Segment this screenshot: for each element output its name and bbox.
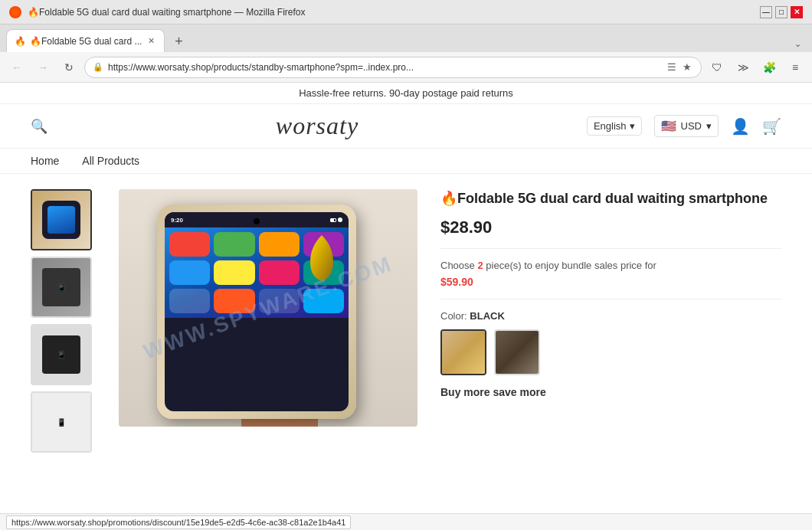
firefox-icon — [9, 6, 21, 18]
forward-button[interactable]: → — [32, 57, 54, 78]
buy-more-section: Buy more save more — [440, 386, 781, 398]
lang-arrow-icon: ▾ — [630, 120, 635, 132]
color-swatches — [440, 329, 781, 375]
window-controls: — □ ✕ — [760, 6, 803, 18]
main-image-column: 9:20 — [119, 189, 417, 508]
thumbnail-3[interactable]: 📱 — [31, 324, 92, 385]
title-bar: 🔥Foldable 5G dual card dual waiting smar… — [0, 0, 812, 25]
store-header: 🔍 worsaty English ▾ 🇺🇸 USD ▾ 👤 🛒 — [0, 104, 812, 149]
address-text: https://www.worsaty.shop/products/standb… — [108, 62, 661, 73]
navigation-bar: ← → ↻ 🔒 https://www.worsaty.shop/product… — [0, 52, 812, 83]
banner-text: Hassle-free returns. 90-day postage paid… — [299, 87, 513, 99]
nav-home[interactable]: Home — [31, 155, 59, 167]
window-title: 🔥Foldable 5G dual card dual waiting smar… — [28, 7, 306, 18]
tab-label: 🔥Foldable 5G dual card ... — [30, 36, 142, 47]
menu-button[interactable]: ≡ — [784, 57, 806, 78]
color-label: Color: BLACK — [440, 310, 781, 322]
language-selector[interactable]: English ▾ — [587, 116, 642, 136]
currency-selector[interactable]: 🇺🇸 USD ▾ — [654, 115, 719, 137]
lang-label: English — [594, 120, 627, 132]
bundle-text-after: piece(s) to enjoy bundle sales price for — [486, 260, 656, 271]
nav-extras: 🛡 ≫ 🧩 ≡ — [706, 57, 806, 78]
nav-all-products[interactable]: All Products — [82, 155, 139, 167]
shield-button[interactable]: 🛡 — [706, 57, 728, 78]
address-url: https://www.worsaty.shop/products/standb… — [108, 62, 414, 73]
tab-overflow-button[interactable]: ⌄ — [790, 36, 806, 52]
close-button[interactable]: ✕ — [791, 6, 803, 18]
currency-label: USD — [681, 120, 702, 132]
tab-bar: 🔥 🔥Foldable 5G dual card ... ✕ + ⌄ — [0, 25, 812, 52]
color-name: BLACK — [470, 310, 505, 322]
new-tab-button[interactable]: + — [168, 31, 189, 52]
main-content: 📱 📱 📱 — [0, 174, 812, 523]
back-button[interactable]: ← — [6, 57, 28, 78]
store-navigation: Home All Products — [0, 149, 812, 174]
color-swatch-gold[interactable] — [440, 329, 486, 375]
title-bar-left: 🔥Foldable 5G dual card dual waiting smar… — [9, 6, 306, 18]
reader-mode-icon[interactable]: ☰ — [666, 60, 678, 74]
bundle-text-before: Choose — [440, 260, 475, 271]
thumbnail-4[interactable]: 📱 — [31, 391, 92, 453]
addons-button[interactable]: 🧩 — [758, 57, 780, 78]
active-tab[interactable]: 🔥 🔥Foldable 5G dual card ... ✕ — [6, 29, 165, 52]
header-right: English ▾ 🇺🇸 USD ▾ 👤 🛒 — [587, 115, 781, 137]
bundle-text: Choose 2 piece(s) to enjoy bundle sales … — [440, 260, 781, 271]
thumbnail-2[interactable]: 📱 — [31, 257, 92, 318]
product-price: $28.90 — [440, 218, 781, 237]
bookmark-icon[interactable]: ★ — [681, 60, 693, 74]
minimize-button[interactable]: — — [760, 6, 772, 18]
cart-button[interactable]: 🛒 — [762, 117, 781, 136]
account-button[interactable]: 👤 — [731, 117, 750, 136]
tab-close-button[interactable]: ✕ — [146, 34, 156, 47]
status-bar: https://www.worsaty.shop/promotions/disc… — [0, 513, 812, 530]
thumbnail-column: 📱 📱 📱 — [31, 189, 96, 508]
bundle-price: $59.90 — [440, 276, 781, 288]
color-swatch-dark[interactable] — [494, 329, 540, 375]
address-bar[interactable]: 🔒 https://www.worsaty.shop/products/stan… — [84, 57, 702, 78]
currency-arrow-icon: ▾ — [706, 120, 712, 132]
bundle-highlight: 2 — [477, 260, 483, 271]
tab-favicon: 🔥 — [15, 36, 25, 47]
refresh-button[interactable]: ↻ — [58, 57, 80, 78]
price-divider — [440, 248, 781, 249]
status-url: https://www.worsaty.shop/promotions/disc… — [6, 515, 351, 529]
store-logo[interactable]: worsaty — [276, 112, 359, 140]
main-product-image: 9:20 — [119, 189, 417, 427]
lock-icon: 🔒 — [93, 62, 103, 72]
product-info-column: 🔥Foldable 5G dual card dual waiting smar… — [440, 189, 781, 508]
product-title: 🔥Foldable 5G dual card dual waiting smar… — [440, 189, 781, 208]
flag-icon: 🇺🇸 — [661, 119, 676, 133]
store-banner: Hassle-free returns. 90-day postage paid… — [0, 83, 812, 104]
address-actions: ☰ ★ — [666, 60, 693, 74]
maximize-button[interactable]: □ — [775, 6, 787, 18]
thumbnail-1[interactable] — [31, 189, 92, 250]
bundle-divider — [440, 299, 781, 299]
search-button[interactable]: 🔍 — [31, 118, 47, 135]
extensions-button[interactable]: ≫ — [732, 57, 754, 78]
